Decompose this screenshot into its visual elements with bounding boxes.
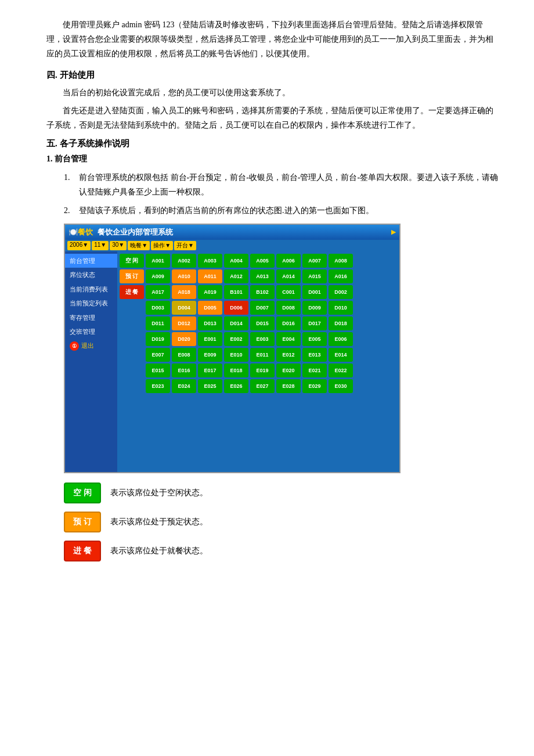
seat-D002[interactable]: D002	[329, 285, 353, 299]
seat-A010[interactable]: A010	[172, 269, 196, 283]
seat-A015[interactable]: A015	[302, 269, 327, 283]
seat-E015[interactable]: E015	[146, 363, 170, 377]
seat-E022[interactable]: E022	[329, 363, 353, 377]
seat-A014[interactable]: A014	[276, 269, 301, 283]
seat-A011[interactable]: A011	[198, 269, 222, 283]
seat-E012[interactable]: E012	[276, 348, 301, 362]
rs-nav-month[interactable]: 11▼	[92, 241, 109, 250]
rs-seats-row-4: D003 D004 D005 D006 D007 D008 D009 D010	[120, 301, 397, 315]
seat-D003[interactable]: D003	[146, 301, 170, 315]
seat-D006[interactable]: D006	[224, 301, 248, 315]
seat-E008[interactable]: E008	[172, 348, 196, 362]
seat-E006[interactable]: E006	[329, 332, 353, 346]
seat-A008[interactable]: A008	[329, 254, 353, 268]
seat-E024[interactable]: E024	[172, 379, 196, 393]
status-free-button[interactable]: 空 闲	[120, 254, 144, 268]
seat-A016[interactable]: A016	[329, 269, 353, 283]
seat-D001[interactable]: D001	[302, 285, 327, 299]
rs-nav-open[interactable]: 开台▼	[174, 241, 196, 250]
seat-D011[interactable]: D011	[146, 316, 170, 330]
sidebar-item-frontdesk[interactable]: 前台管理	[65, 254, 117, 268]
restaurant-screenshot: 🍽️餐饮 餐饮企业内部管理系统 ▶ 2006▼ 11▼ 30▼ 晚餐▼ 操作▼ …	[64, 224, 400, 473]
seat-E027[interactable]: E027	[250, 379, 275, 393]
seat-E009[interactable]: E009	[198, 348, 222, 362]
seat-A007[interactable]: A007	[302, 254, 327, 268]
seat-A004[interactable]: A004	[224, 254, 248, 268]
list-text-2: 登陆该子系统后，看到的时酒店当前的所有席位的状态图.进入的第一也面如下图。	[79, 203, 499, 218]
seat-D012[interactable]: D012	[172, 316, 196, 330]
sidebar-item-current-consume[interactable]: 当前消费列表	[65, 282, 117, 297]
seat-A018[interactable]: A018	[172, 285, 196, 299]
seat-D017[interactable]: D017	[302, 316, 327, 330]
seat-E002[interactable]: E002	[224, 332, 248, 346]
list-item-1: 1. 前台管理系统的权限包括 前台-开台预定，前台-收银员，前台-管理人员，前台…	[64, 170, 499, 199]
seat-C001[interactable]: C001	[276, 285, 301, 299]
legend-row-free: 空 闲 表示该席位处于空闲状态。	[64, 483, 499, 503]
seat-D009[interactable]: D009	[302, 301, 327, 315]
seat-E007[interactable]: E007	[146, 348, 170, 362]
seat-E026[interactable]: E026	[224, 379, 248, 393]
seat-E016[interactable]: E016	[172, 363, 196, 377]
seat-E004[interactable]: E004	[276, 332, 301, 346]
seat-E017[interactable]: E017	[198, 363, 222, 377]
seat-E014[interactable]: E014	[329, 348, 353, 362]
rs-nav-action[interactable]: 操作▼	[151, 241, 173, 250]
seat-D007[interactable]: D007	[250, 301, 275, 315]
seat-E005[interactable]: E005	[302, 332, 327, 346]
seat-D013[interactable]: D013	[198, 316, 222, 330]
status-reserved-button[interactable]: 预 订	[120, 269, 144, 283]
list-num-1: 1.	[64, 170, 75, 199]
seat-E028[interactable]: E028	[276, 379, 301, 393]
seat-E018[interactable]: E018	[224, 363, 248, 377]
seat-A017[interactable]: A017	[146, 285, 170, 299]
seat-A019[interactable]: A019	[198, 285, 222, 299]
rs-nav[interactable]: 2006▼ 11▼ 30▼ 晚餐▼ 操作▼ 开台▼	[65, 240, 399, 251]
legend-dining-button: 进 餐	[64, 541, 101, 561]
seat-D005[interactable]: D005	[198, 301, 222, 315]
rs-nav-year[interactable]: 2006▼	[67, 241, 91, 250]
seat-E011[interactable]: E011	[250, 348, 275, 362]
seat-B102[interactable]: B102	[250, 285, 275, 299]
rs-nav-meal[interactable]: 晚餐▼	[128, 241, 150, 250]
seat-D019[interactable]: D019	[146, 332, 170, 346]
seat-E013[interactable]: E013	[302, 348, 327, 362]
seat-A003[interactable]: A003	[198, 254, 222, 268]
sidebar-item-seats[interactable]: 席位状态	[65, 268, 117, 282]
seat-A002[interactable]: A002	[172, 254, 196, 268]
sidebar-item-shift[interactable]: 交班管理	[65, 325, 117, 339]
status-dining-button[interactable]: 进 餐	[120, 285, 144, 299]
section4-title: 四. 开始使用	[46, 70, 499, 81]
seat-A006[interactable]: A006	[276, 254, 301, 268]
seat-D008[interactable]: D008	[276, 301, 301, 315]
seat-E001[interactable]: E001	[198, 332, 222, 346]
seat-E020[interactable]: E020	[276, 363, 301, 377]
seat-D004[interactable]: D004	[172, 301, 196, 315]
seat-A012[interactable]: A012	[224, 269, 248, 283]
seat-D014[interactable]: D014	[224, 316, 248, 330]
seat-D018[interactable]: D018	[329, 316, 353, 330]
seat-A001[interactable]: A001	[146, 254, 170, 268]
seat-E010[interactable]: E010	[224, 348, 248, 362]
seat-E029[interactable]: E029	[302, 379, 327, 393]
list-text-1: 前台管理系统的权限包括 前台-开台预定，前台-收银员，前台-管理人员，前台-签单…	[79, 170, 499, 199]
rs-seats-row-6: D019 D020 E001 E002 E003 E004 E005 E006	[120, 332, 397, 346]
sidebar-item-storage[interactable]: 寄存管理	[65, 311, 117, 325]
seat-A009[interactable]: A009	[146, 269, 170, 283]
seat-D010[interactable]: D010	[329, 301, 353, 315]
seat-E023[interactable]: E023	[146, 379, 170, 393]
seat-D015[interactable]: D015	[250, 316, 275, 330]
seat-B101[interactable]: B101	[224, 285, 248, 299]
rs-sidebar: 前台管理 席位状态 当前消费列表 当前预定列表 寄存管理 交班管理 ① 退出	[65, 251, 117, 472]
rs-logout-button[interactable]: ① 退出	[65, 339, 117, 353]
seat-D020[interactable]: D020	[172, 332, 196, 346]
seat-D016[interactable]: D016	[276, 316, 301, 330]
seat-E030[interactable]: E030	[329, 379, 353, 393]
rs-nav-day[interactable]: 30▼	[110, 241, 127, 250]
seat-E019[interactable]: E019	[250, 363, 275, 377]
seat-E025[interactable]: E025	[198, 379, 222, 393]
seat-A013[interactable]: A013	[250, 269, 275, 283]
seat-E021[interactable]: E021	[302, 363, 327, 377]
seat-A005[interactable]: A005	[250, 254, 275, 268]
seat-E003[interactable]: E003	[250, 332, 275, 346]
sidebar-item-current-reserve[interactable]: 当前预定列表	[65, 296, 117, 311]
